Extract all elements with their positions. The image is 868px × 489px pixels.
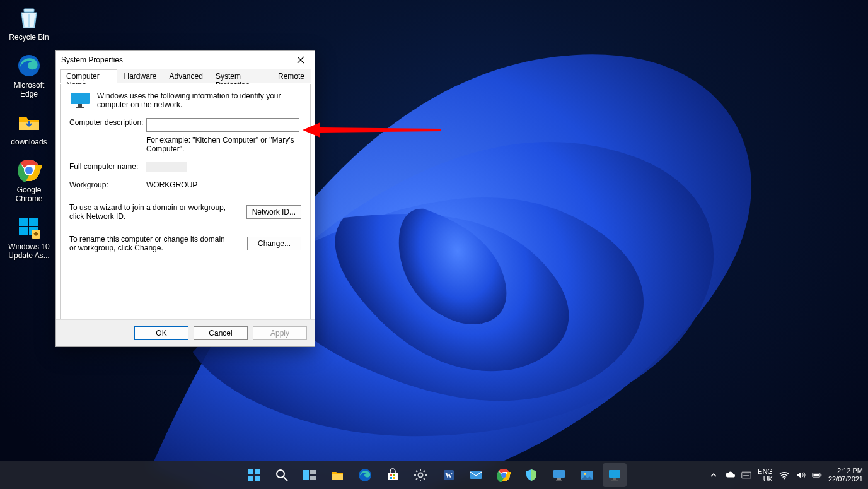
windows-icon — [247, 468, 261, 482]
tab-remote[interactable]: Remote — [272, 69, 311, 83]
start-button[interactable] — [242, 463, 266, 487]
taskbar-mail[interactable] — [464, 463, 488, 487]
svg-rect-15 — [255, 469, 260, 474]
taskbar-monitor-app[interactable] — [547, 463, 571, 487]
monitor-icon — [69, 91, 91, 109]
svg-rect-45 — [556, 480, 562, 481]
tray-onedrive[interactable] — [725, 470, 735, 480]
svg-rect-24 — [388, 473, 398, 480]
tab-advanced[interactable]: Advanced — [163, 69, 209, 83]
svg-rect-48 — [609, 470, 620, 478]
task-view-button[interactable] — [298, 463, 321, 487]
svg-rect-5 — [19, 218, 28, 226]
tab-strip: Computer Name Hardware Advanced System P… — [60, 69, 311, 83]
taskbar: W ENGUK 2:12 PM22/07/2021 — [0, 461, 868, 489]
svg-rect-27 — [390, 477, 392, 479]
fullname-label: Full computer name: — [69, 162, 146, 171]
tray-volume[interactable] — [796, 470, 806, 480]
taskbar-security[interactable] — [519, 463, 543, 487]
tray-chevron-up[interactable] — [709, 470, 719, 480]
annotation-arrow — [303, 121, 448, 139]
tab-system-protection[interactable]: System Protection — [209, 69, 272, 83]
monitor-icon — [552, 468, 566, 482]
svg-rect-11 — [78, 104, 82, 107]
svg-rect-40 — [470, 471, 482, 479]
chrome-icon — [497, 468, 511, 482]
svg-rect-6 — [29, 218, 38, 226]
taskbar-system-properties[interactable] — [603, 463, 627, 487]
description-label: Computer description: — [69, 118, 146, 127]
cloud-icon — [725, 471, 735, 480]
taskbar-photos[interactable] — [575, 463, 599, 487]
computer-description-input[interactable] — [146, 118, 299, 132]
tab-panel: Windows uses the following information t… — [60, 84, 311, 320]
svg-rect-16 — [248, 476, 253, 481]
svg-rect-49 — [613, 478, 616, 480]
tray-battery[interactable] — [812, 470, 822, 480]
battery-icon — [812, 471, 822, 479]
taskbar-settings[interactable] — [408, 463, 432, 487]
svg-rect-28 — [393, 477, 395, 479]
fullname-value — [146, 162, 187, 172]
close-button[interactable] — [287, 51, 315, 69]
tray-clock[interactable]: 2:12 PM22/07/2021 — [828, 467, 863, 483]
apply-button: Apply — [253, 326, 307, 340]
desktop-icon-chrome[interactable]: Google Chrome — [5, 158, 53, 203]
ok-button[interactable]: OK — [134, 326, 188, 340]
wizard-text: To use a wizard to join a domain or work… — [69, 203, 227, 221]
tray-wifi[interactable] — [779, 470, 789, 480]
edge-icon — [358, 468, 372, 482]
svg-rect-12 — [76, 107, 84, 108]
folder-icon — [16, 110, 42, 135]
search-icon — [275, 469, 288, 481]
cancel-button[interactable]: Cancel — [194, 326, 248, 340]
tray-keyboard[interactable] — [741, 470, 751, 480]
tray-language[interactable]: ENGUK — [758, 468, 773, 483]
search-button[interactable] — [270, 463, 294, 487]
taskbar-store[interactable] — [381, 463, 405, 487]
desktop-icon-edge[interactable]: Microsoft Edge — [5, 53, 53, 98]
tab-hardware[interactable]: Hardware — [117, 69, 163, 83]
change-button[interactable]: Change... — [247, 237, 301, 250]
edge-icon — [16, 53, 42, 78]
svg-rect-50 — [611, 480, 618, 481]
desktop-icon-downloads[interactable]: downloads — [5, 110, 53, 146]
svg-line-19 — [284, 477, 287, 481]
lang-region: UK — [758, 475, 773, 483]
clock-time: 2:12 PM — [828, 467, 863, 475]
desktop-icon-recycle-bin[interactable]: Recycle Bin — [5, 5, 53, 42]
lang-code: ENG — [758, 468, 773, 475]
svg-point-18 — [277, 470, 284, 478]
svg-line-37 — [424, 471, 425, 472]
shield-icon — [524, 468, 538, 482]
desktop-icon-label: Google Chrome — [5, 186, 53, 203]
computer-icon — [608, 468, 622, 482]
svg-point-29 — [418, 473, 422, 478]
svg-rect-0 — [24, 9, 34, 12]
dialog-title: System Properties — [56, 51, 315, 69]
store-icon — [386, 468, 400, 482]
close-icon — [297, 56, 304, 64]
taskbar-file-explorer[interactable] — [325, 463, 349, 487]
taskbar-chrome[interactable] — [492, 463, 516, 487]
network-id-button[interactable]: Network ID... — [246, 205, 301, 219]
windows-update-icon — [16, 215, 42, 240]
desktop-icon-win10-update[interactable]: Windows 10 Update As... — [5, 215, 53, 260]
svg-rect-20 — [303, 470, 309, 480]
workgroup-value: WORKGROUP — [146, 180, 197, 189]
folder-icon — [330, 468, 344, 482]
recycle-bin-icon — [16, 5, 42, 30]
chrome-icon — [16, 158, 42, 183]
svg-line-35 — [424, 478, 425, 480]
svg-line-36 — [416, 478, 417, 480]
svg-rect-25 — [390, 474, 392, 476]
svg-rect-10 — [71, 93, 90, 104]
tab-computer-name[interactable]: Computer Name — [60, 69, 117, 83]
taskbar-edge[interactable] — [353, 463, 377, 487]
svg-rect-44 — [557, 478, 561, 480]
keyboard-icon — [741, 471, 751, 480]
task-view-icon — [303, 468, 316, 482]
desktop-icon-label: downloads — [11, 138, 47, 146]
svg-marker-13 — [303, 122, 441, 138]
taskbar-word[interactable]: W — [436, 463, 460, 487]
